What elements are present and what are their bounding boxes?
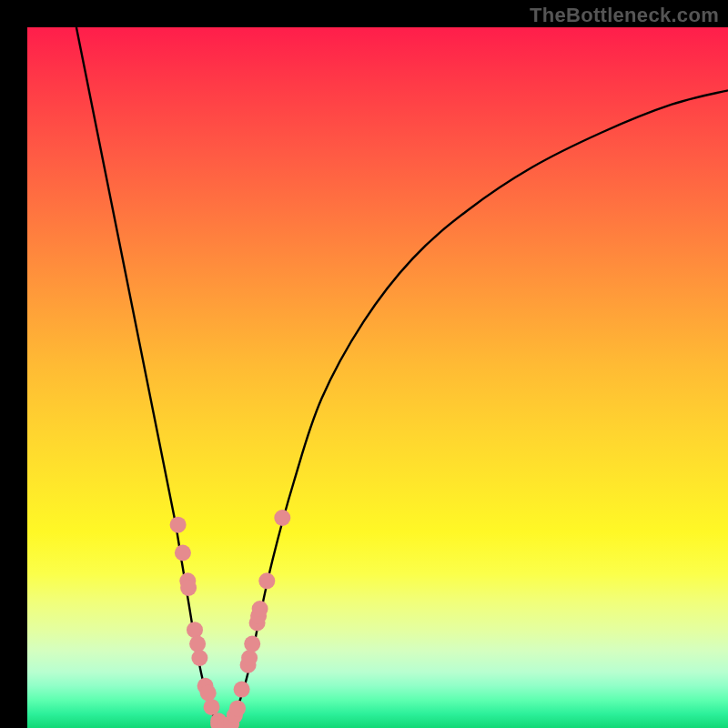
- data-marker: [180, 580, 197, 596]
- data-marker: [189, 636, 206, 652]
- data-marker: [200, 685, 217, 702]
- data-marker: [170, 517, 187, 533]
- data-marker: [244, 636, 260, 652]
- plot-area: [27, 27, 728, 728]
- curve-left-branch: [76, 27, 224, 728]
- data-marker: [187, 622, 203, 638]
- data-marker: [241, 650, 258, 666]
- chart-frame: TheBottleneck.com: [0, 0, 728, 728]
- data-marker: [229, 700, 246, 716]
- data-marker: [258, 572, 275, 589]
- data-marker: [191, 650, 207, 666]
- data-marker: [234, 682, 250, 698]
- watermark-text: TheBottleneck.com: [530, 4, 719, 27]
- marker-group: [170, 510, 291, 728]
- data-marker: [252, 601, 268, 617]
- chart-svg: [27, 27, 728, 728]
- curve-group: [76, 27, 728, 728]
- data-marker: [204, 699, 220, 715]
- curve-right-branch: [224, 90, 728, 728]
- data-marker: [274, 510, 290, 526]
- data-marker: [175, 545, 191, 561]
